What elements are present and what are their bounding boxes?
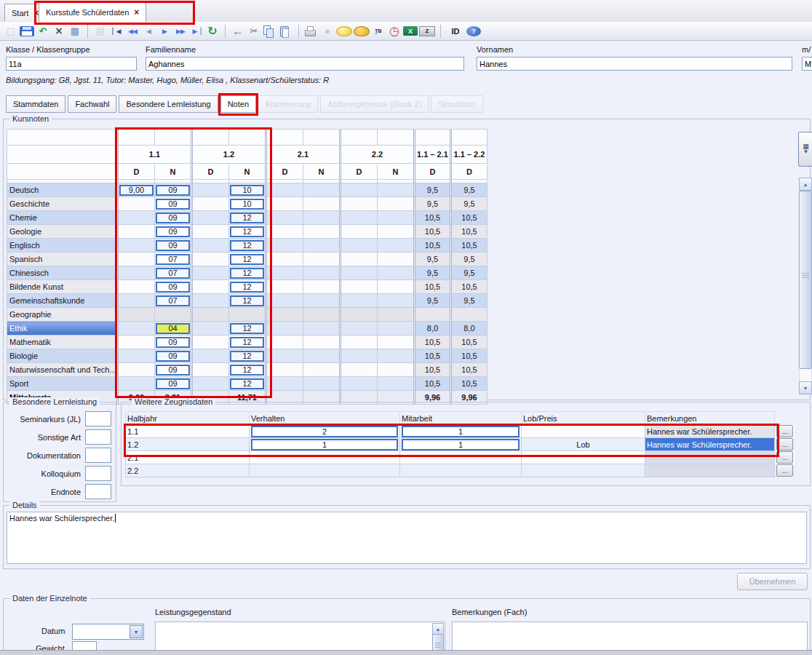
grade-input[interactable]: 12	[230, 295, 264, 306]
tab-fachwahl[interactable]: Fachwahl	[68, 95, 116, 113]
grade-input[interactable]: 09	[156, 351, 190, 362]
scroll-up-icon[interactable]: ▲	[799, 178, 812, 191]
zeugnis-cell[interactable]: 1	[250, 438, 400, 451]
grade-cell[interactable]: 07	[155, 253, 192, 266]
grade-cell[interactable]: 12	[229, 266, 266, 280]
grade-cell[interactable]: 09	[155, 225, 192, 239]
grade-cell[interactable]: 12	[229, 211, 266, 225]
grade-cell[interactable]: 07	[155, 294, 192, 308]
subject-row-label[interactable]: Geschichte	[7, 197, 118, 211]
subject-row-label[interactable]: Chinesisch	[7, 266, 118, 280]
vornamen-input[interactable]	[477, 57, 792, 71]
grade-input[interactable]: 12	[230, 213, 264, 223]
grade-cell[interactable]: 12	[229, 336, 266, 349]
subject-row-label[interactable]: Mathematik	[7, 336, 118, 349]
scroll-down-icon[interactable]: ▼	[799, 381, 812, 394]
grade-input[interactable]: 09	[156, 282, 190, 293]
more-button[interactable]: ...	[776, 464, 793, 477]
grade-input[interactable]: 09	[156, 378, 190, 389]
more-button[interactable]: ...	[776, 425, 793, 437]
halbjahr-cell[interactable]: 1.1	[126, 425, 250, 438]
bell-icon[interactable]	[354, 26, 370, 36]
grade-cell[interactable]: 09	[155, 239, 192, 253]
more-button[interactable]: ...	[776, 451, 793, 464]
undo-icon[interactable]: ↶	[36, 24, 50, 39]
tb-import-icon[interactable]: TB	[371, 24, 386, 39]
grade-input[interactable]: 12	[230, 226, 264, 237]
lightbulb-icon[interactable]	[336, 26, 352, 36]
grade-cell[interactable]: 09	[155, 280, 192, 294]
column-chooser-button[interactable]: ▦▾	[798, 132, 812, 167]
grade-input[interactable]: 09	[156, 365, 190, 376]
scrollbar-thumb[interactable]	[799, 191, 812, 369]
halbjahr-cell[interactable]: 1.2	[126, 438, 250, 451]
grade-input[interactable]: 12	[230, 254, 264, 265]
last-record-icon[interactable]: ▶	[189, 24, 204, 39]
zeugnis-input[interactable]: 1	[402, 439, 520, 450]
zeugnis-input[interactable]: 1	[251, 439, 398, 450]
tab-besondere-lernleistung[interactable]: Besondere Lernleistung	[119, 95, 218, 113]
grade-cell[interactable]: 09	[155, 183, 192, 197]
excel-icon[interactable]: X	[403, 26, 418, 36]
form-remove-icon[interactable]: ▦	[68, 24, 82, 39]
grade-input[interactable]: 09	[156, 199, 190, 210]
tab-noten[interactable]: Noten	[220, 95, 256, 113]
grade-cell[interactable]: 09	[155, 211, 192, 225]
subject-row-label[interactable]: Ethik	[7, 322, 118, 336]
subject-row-label[interactable]: Geographie	[7, 308, 118, 322]
grade-cell[interactable]: 09	[155, 377, 192, 391]
subject-row-label[interactable]: Gemeinschaftskunde	[7, 294, 118, 308]
print-icon[interactable]	[304, 25, 319, 37]
grade-input[interactable]: 07	[156, 254, 190, 265]
close-tab-icon[interactable]: ×	[134, 7, 139, 17]
scroll-up-icon[interactable]: ▲	[432, 623, 444, 635]
grade-cell[interactable]: 10	[229, 183, 266, 197]
grade-input[interactable]: 09	[156, 240, 190, 251]
grade-input[interactable]: 09	[156, 185, 190, 196]
lob-preis-cell[interactable]	[522, 425, 645, 438]
grade-input[interactable]: 12	[230, 351, 264, 362]
grade-input[interactable]: 10	[230, 199, 264, 210]
grade-input[interactable]: 10	[230, 185, 264, 196]
zeugnis-input[interactable]: 2	[251, 426, 398, 437]
combo-arrow-icon[interactable]: ▼	[130, 625, 143, 638]
back-arrow-icon[interactable]: ←	[231, 24, 245, 39]
familienname-input[interactable]	[146, 57, 464, 71]
grade-input[interactable]: 07	[156, 268, 190, 279]
zeugnis-cell[interactable]: 2	[250, 425, 400, 438]
lob-preis-cell[interactable]	[522, 451, 645, 464]
grade-cell[interactable]: 12	[229, 322, 266, 336]
grade-cell[interactable]: 04	[155, 322, 192, 336]
grade-cell[interactable]: 07	[155, 266, 192, 280]
halbjahr-cell[interactable]: 2.1	[126, 451, 250, 464]
subject-row-label[interactable]: Biologie	[7, 349, 118, 363]
klasse-input[interactable]	[6, 57, 137, 71]
grade-input[interactable]: 09	[156, 226, 190, 237]
grade-cell[interactable]: 12	[229, 253, 266, 266]
grade-input[interactable]: 12	[230, 337, 264, 348]
timer-icon[interactable]: ◷	[387, 24, 402, 39]
grade-input[interactable]: 9,00	[119, 185, 154, 196]
first-record-icon[interactable]: ◀	[109, 24, 124, 39]
grade-input[interactable]: 12	[230, 240, 264, 251]
media-disc-icon[interactable]: ●	[320, 24, 335, 39]
bll-input-seminarkurs-jl[interactable]	[85, 411, 111, 426]
grade-input[interactable]: 04	[156, 323, 190, 334]
grade-cell[interactable]: 9,00	[118, 183, 155, 197]
grade-cell[interactable]: 09	[155, 363, 192, 377]
grade-cell[interactable]: 12	[229, 294, 266, 308]
prev-record-icon[interactable]: ◀	[141, 24, 156, 39]
subject-row-label[interactable]: Bildende Kunst	[7, 280, 118, 294]
grade-input[interactable]: 12	[230, 323, 264, 334]
save-icon[interactable]	[20, 26, 34, 36]
grade-input[interactable]: 09	[156, 337, 190, 348]
grade-cell[interactable]: 09	[155, 336, 192, 349]
subject-row-label[interactable]: Englisch	[7, 239, 118, 253]
grade-cell[interactable]: 12	[229, 225, 266, 239]
bll-input-sonstige-art[interactable]	[85, 429, 111, 445]
datum-combobox[interactable]: ▼	[72, 624, 144, 640]
cut-icon[interactable]: ✂	[247, 24, 261, 39]
grade-cell[interactable]: 12	[229, 363, 266, 377]
grade-cell[interactable]: 12	[229, 349, 266, 363]
subject-row-label[interactable]: Deutsch	[7, 183, 118, 197]
